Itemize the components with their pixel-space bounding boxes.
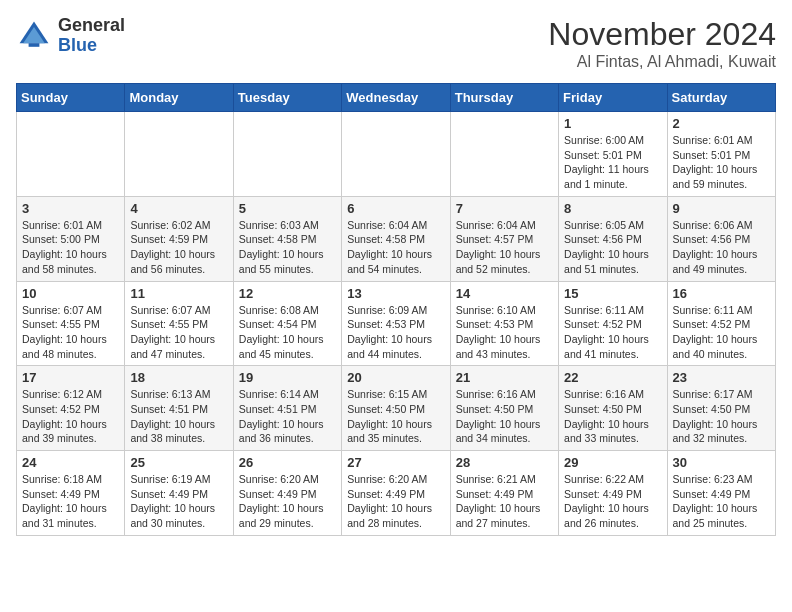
weekday-header-thursday: Thursday bbox=[450, 84, 558, 112]
day-cell: 8Sunrise: 6:05 AM Sunset: 4:56 PM Daylig… bbox=[559, 196, 667, 281]
day-number: 15 bbox=[564, 286, 661, 301]
day-number: 29 bbox=[564, 455, 661, 470]
weekday-header-wednesday: Wednesday bbox=[342, 84, 450, 112]
day-info: Sunrise: 6:12 AM Sunset: 4:52 PM Dayligh… bbox=[22, 387, 119, 446]
logo-text: General Blue bbox=[58, 16, 125, 56]
day-info: Sunrise: 6:16 AM Sunset: 4:50 PM Dayligh… bbox=[564, 387, 661, 446]
day-cell: 12Sunrise: 6:08 AM Sunset: 4:54 PM Dayli… bbox=[233, 281, 341, 366]
day-info: Sunrise: 6:11 AM Sunset: 4:52 PM Dayligh… bbox=[564, 303, 661, 362]
day-number: 27 bbox=[347, 455, 444, 470]
day-cell: 4Sunrise: 6:02 AM Sunset: 4:59 PM Daylig… bbox=[125, 196, 233, 281]
day-info: Sunrise: 6:08 AM Sunset: 4:54 PM Dayligh… bbox=[239, 303, 336, 362]
day-cell: 25Sunrise: 6:19 AM Sunset: 4:49 PM Dayli… bbox=[125, 451, 233, 536]
day-info: Sunrise: 6:22 AM Sunset: 4:49 PM Dayligh… bbox=[564, 472, 661, 531]
day-number: 17 bbox=[22, 370, 119, 385]
day-info: Sunrise: 6:01 AM Sunset: 5:01 PM Dayligh… bbox=[673, 133, 770, 192]
weekday-row: SundayMondayTuesdayWednesdayThursdayFrid… bbox=[17, 84, 776, 112]
day-info: Sunrise: 6:02 AM Sunset: 4:59 PM Dayligh… bbox=[130, 218, 227, 277]
day-number: 1 bbox=[564, 116, 661, 131]
day-number: 9 bbox=[673, 201, 770, 216]
day-number: 30 bbox=[673, 455, 770, 470]
day-cell: 15Sunrise: 6:11 AM Sunset: 4:52 PM Dayli… bbox=[559, 281, 667, 366]
day-cell: 9Sunrise: 6:06 AM Sunset: 4:56 PM Daylig… bbox=[667, 196, 775, 281]
day-cell: 20Sunrise: 6:15 AM Sunset: 4:50 PM Dayli… bbox=[342, 366, 450, 451]
calendar: SundayMondayTuesdayWednesdayThursdayFrid… bbox=[16, 83, 776, 536]
day-number: 16 bbox=[673, 286, 770, 301]
day-info: Sunrise: 6:04 AM Sunset: 4:57 PM Dayligh… bbox=[456, 218, 553, 277]
day-info: Sunrise: 6:10 AM Sunset: 4:53 PM Dayligh… bbox=[456, 303, 553, 362]
day-info: Sunrise: 6:20 AM Sunset: 4:49 PM Dayligh… bbox=[239, 472, 336, 531]
day-cell: 3Sunrise: 6:01 AM Sunset: 5:00 PM Daylig… bbox=[17, 196, 125, 281]
day-cell: 30Sunrise: 6:23 AM Sunset: 4:49 PM Dayli… bbox=[667, 451, 775, 536]
day-number: 8 bbox=[564, 201, 661, 216]
day-number: 13 bbox=[347, 286, 444, 301]
logo-general: General bbox=[58, 15, 125, 35]
day-number: 23 bbox=[673, 370, 770, 385]
day-cell: 24Sunrise: 6:18 AM Sunset: 4:49 PM Dayli… bbox=[17, 451, 125, 536]
week-row-1: 1Sunrise: 6:00 AM Sunset: 5:01 PM Daylig… bbox=[17, 112, 776, 197]
day-cell bbox=[450, 112, 558, 197]
day-cell bbox=[125, 112, 233, 197]
day-info: Sunrise: 6:21 AM Sunset: 4:49 PM Dayligh… bbox=[456, 472, 553, 531]
weekday-header-sunday: Sunday bbox=[17, 84, 125, 112]
day-cell: 18Sunrise: 6:13 AM Sunset: 4:51 PM Dayli… bbox=[125, 366, 233, 451]
calendar-header: SundayMondayTuesdayWednesdayThursdayFrid… bbox=[17, 84, 776, 112]
day-info: Sunrise: 6:11 AM Sunset: 4:52 PM Dayligh… bbox=[673, 303, 770, 362]
day-number: 14 bbox=[456, 286, 553, 301]
day-cell: 22Sunrise: 6:16 AM Sunset: 4:50 PM Dayli… bbox=[559, 366, 667, 451]
day-number: 3 bbox=[22, 201, 119, 216]
location: Al Fintas, Al Ahmadi, Kuwait bbox=[548, 53, 776, 71]
day-info: Sunrise: 6:05 AM Sunset: 4:56 PM Dayligh… bbox=[564, 218, 661, 277]
day-info: Sunrise: 6:19 AM Sunset: 4:49 PM Dayligh… bbox=[130, 472, 227, 531]
day-cell bbox=[342, 112, 450, 197]
week-row-3: 10Sunrise: 6:07 AM Sunset: 4:55 PM Dayli… bbox=[17, 281, 776, 366]
day-number: 22 bbox=[564, 370, 661, 385]
day-number: 28 bbox=[456, 455, 553, 470]
day-info: Sunrise: 6:15 AM Sunset: 4:50 PM Dayligh… bbox=[347, 387, 444, 446]
day-cell: 16Sunrise: 6:11 AM Sunset: 4:52 PM Dayli… bbox=[667, 281, 775, 366]
day-cell: 1Sunrise: 6:00 AM Sunset: 5:01 PM Daylig… bbox=[559, 112, 667, 197]
logo: General Blue bbox=[16, 16, 125, 56]
day-info: Sunrise: 6:13 AM Sunset: 4:51 PM Dayligh… bbox=[130, 387, 227, 446]
day-info: Sunrise: 6:03 AM Sunset: 4:58 PM Dayligh… bbox=[239, 218, 336, 277]
day-cell bbox=[233, 112, 341, 197]
calendar-body: 1Sunrise: 6:00 AM Sunset: 5:01 PM Daylig… bbox=[17, 112, 776, 536]
day-cell: 11Sunrise: 6:07 AM Sunset: 4:55 PM Dayli… bbox=[125, 281, 233, 366]
day-number: 11 bbox=[130, 286, 227, 301]
day-info: Sunrise: 6:06 AM Sunset: 4:56 PM Dayligh… bbox=[673, 218, 770, 277]
logo-icon bbox=[16, 18, 52, 54]
day-cell: 6Sunrise: 6:04 AM Sunset: 4:58 PM Daylig… bbox=[342, 196, 450, 281]
day-cell: 5Sunrise: 6:03 AM Sunset: 4:58 PM Daylig… bbox=[233, 196, 341, 281]
day-info: Sunrise: 6:16 AM Sunset: 4:50 PM Dayligh… bbox=[456, 387, 553, 446]
day-info: Sunrise: 6:04 AM Sunset: 4:58 PM Dayligh… bbox=[347, 218, 444, 277]
day-number: 25 bbox=[130, 455, 227, 470]
day-number: 7 bbox=[456, 201, 553, 216]
weekday-header-friday: Friday bbox=[559, 84, 667, 112]
day-cell: 2Sunrise: 6:01 AM Sunset: 5:01 PM Daylig… bbox=[667, 112, 775, 197]
day-cell: 17Sunrise: 6:12 AM Sunset: 4:52 PM Dayli… bbox=[17, 366, 125, 451]
day-info: Sunrise: 6:07 AM Sunset: 4:55 PM Dayligh… bbox=[22, 303, 119, 362]
day-info: Sunrise: 6:01 AM Sunset: 5:00 PM Dayligh… bbox=[22, 218, 119, 277]
day-cell: 23Sunrise: 6:17 AM Sunset: 4:50 PM Dayli… bbox=[667, 366, 775, 451]
week-row-4: 17Sunrise: 6:12 AM Sunset: 4:52 PM Dayli… bbox=[17, 366, 776, 451]
day-cell: 26Sunrise: 6:20 AM Sunset: 4:49 PM Dayli… bbox=[233, 451, 341, 536]
svg-rect-2 bbox=[29, 43, 40, 47]
day-cell: 21Sunrise: 6:16 AM Sunset: 4:50 PM Dayli… bbox=[450, 366, 558, 451]
day-number: 4 bbox=[130, 201, 227, 216]
weekday-header-saturday: Saturday bbox=[667, 84, 775, 112]
day-cell bbox=[17, 112, 125, 197]
logo-blue: Blue bbox=[58, 35, 97, 55]
day-cell: 7Sunrise: 6:04 AM Sunset: 4:57 PM Daylig… bbox=[450, 196, 558, 281]
day-info: Sunrise: 6:20 AM Sunset: 4:49 PM Dayligh… bbox=[347, 472, 444, 531]
day-number: 19 bbox=[239, 370, 336, 385]
day-info: Sunrise: 6:07 AM Sunset: 4:55 PM Dayligh… bbox=[130, 303, 227, 362]
page-header: General Blue November 2024 Al Fintas, Al… bbox=[16, 16, 776, 71]
day-cell: 28Sunrise: 6:21 AM Sunset: 4:49 PM Dayli… bbox=[450, 451, 558, 536]
day-info: Sunrise: 6:09 AM Sunset: 4:53 PM Dayligh… bbox=[347, 303, 444, 362]
day-info: Sunrise: 6:17 AM Sunset: 4:50 PM Dayligh… bbox=[673, 387, 770, 446]
weekday-header-tuesday: Tuesday bbox=[233, 84, 341, 112]
day-info: Sunrise: 6:00 AM Sunset: 5:01 PM Dayligh… bbox=[564, 133, 661, 192]
day-number: 18 bbox=[130, 370, 227, 385]
month-year: November 2024 bbox=[548, 16, 776, 53]
day-number: 10 bbox=[22, 286, 119, 301]
